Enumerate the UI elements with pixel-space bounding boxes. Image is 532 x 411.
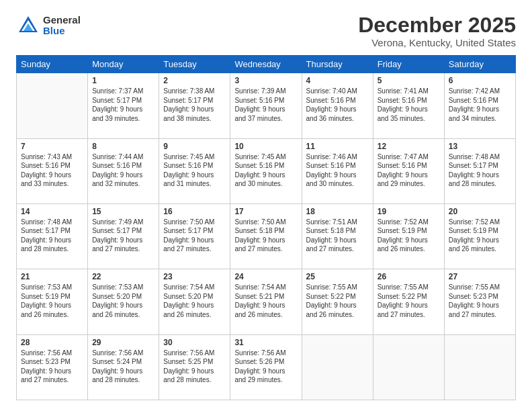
header-friday: Friday bbox=[373, 56, 444, 73]
day-number: 13 bbox=[449, 142, 511, 151]
calendar-cell: 29Sunrise: 7:56 AM Sunset: 5:24 PM Dayli… bbox=[88, 334, 159, 400]
header-monday: Monday bbox=[88, 56, 159, 73]
day-info: Sunrise: 7:47 AM Sunset: 5:16 PM Dayligh… bbox=[378, 152, 440, 189]
day-number: 31 bbox=[234, 338, 297, 347]
day-info: Sunrise: 7:54 AM Sunset: 5:20 PM Dayligh… bbox=[163, 283, 226, 319]
calendar-cell: 23Sunrise: 7:54 AM Sunset: 5:20 PM Dayli… bbox=[159, 269, 230, 334]
calendar-cell: 12Sunrise: 7:47 AM Sunset: 5:16 PM Dayli… bbox=[373, 138, 444, 203]
day-info: Sunrise: 7:50 AM Sunset: 5:18 PM Dayligh… bbox=[234, 218, 297, 254]
day-info: Sunrise: 7:39 AM Sunset: 5:16 PM Dayligh… bbox=[234, 87, 297, 123]
day-number: 29 bbox=[92, 338, 154, 347]
calendar-cell: 24Sunrise: 7:54 AM Sunset: 5:21 PM Dayli… bbox=[230, 269, 302, 334]
day-info: Sunrise: 7:52 AM Sunset: 5:19 PM Dayligh… bbox=[378, 218, 440, 254]
day-info: Sunrise: 7:44 AM Sunset: 5:16 PM Dayligh… bbox=[92, 152, 154, 189]
day-info: Sunrise: 7:56 AM Sunset: 5:26 PM Dayligh… bbox=[234, 349, 297, 385]
header: General Blue December 2025 Verona, Kentu… bbox=[16, 13, 516, 48]
header-sunday: Sunday bbox=[17, 56, 88, 73]
day-number: 21 bbox=[21, 272, 83, 281]
calendar-cell: 18Sunrise: 7:51 AM Sunset: 5:18 PM Dayli… bbox=[302, 203, 373, 269]
calendar-cell: 6Sunrise: 7:42 AM Sunset: 5:16 PM Daylig… bbox=[444, 73, 515, 138]
day-info: Sunrise: 7:56 AM Sunset: 5:23 PM Dayligh… bbox=[21, 349, 83, 385]
day-number: 1 bbox=[92, 76, 154, 85]
calendar-cell: 1Sunrise: 7:37 AM Sunset: 5:17 PM Daylig… bbox=[88, 73, 159, 138]
calendar-cell bbox=[302, 334, 373, 400]
calendar-cell: 9Sunrise: 7:45 AM Sunset: 5:16 PM Daylig… bbox=[159, 138, 230, 203]
calendar-week-1: 1Sunrise: 7:37 AM Sunset: 5:17 PM Daylig… bbox=[17, 73, 516, 138]
day-number: 4 bbox=[306, 76, 369, 85]
day-info: Sunrise: 7:48 AM Sunset: 5:17 PM Dayligh… bbox=[449, 152, 511, 189]
day-number: 16 bbox=[163, 207, 226, 216]
calendar-week-3: 14Sunrise: 7:48 AM Sunset: 5:17 PM Dayli… bbox=[17, 203, 516, 269]
day-info: Sunrise: 7:48 AM Sunset: 5:17 PM Dayligh… bbox=[21, 218, 83, 254]
calendar-cell: 21Sunrise: 7:53 AM Sunset: 5:19 PM Dayli… bbox=[17, 269, 88, 334]
day-number: 26 bbox=[378, 272, 440, 281]
calendar-cell: 17Sunrise: 7:50 AM Sunset: 5:18 PM Dayli… bbox=[230, 203, 302, 269]
calendar-week-4: 21Sunrise: 7:53 AM Sunset: 5:19 PM Dayli… bbox=[17, 269, 516, 334]
header-thursday: Thursday bbox=[302, 56, 373, 73]
day-number: 28 bbox=[21, 338, 83, 347]
calendar-week-2: 7Sunrise: 7:43 AM Sunset: 5:16 PM Daylig… bbox=[17, 138, 516, 203]
day-number: 6 bbox=[449, 76, 511, 85]
calendar-cell: 20Sunrise: 7:52 AM Sunset: 5:19 PM Dayli… bbox=[444, 203, 515, 269]
logo: General Blue bbox=[16, 13, 81, 38]
logo-icon bbox=[16, 13, 40, 38]
day-number: 18 bbox=[306, 207, 369, 216]
day-info: Sunrise: 7:37 AM Sunset: 5:17 PM Dayligh… bbox=[92, 87, 154, 123]
calendar-cell: 30Sunrise: 7:56 AM Sunset: 5:25 PM Dayli… bbox=[159, 334, 230, 400]
calendar-cell: 5Sunrise: 7:41 AM Sunset: 5:16 PM Daylig… bbox=[373, 73, 444, 138]
day-info: Sunrise: 7:54 AM Sunset: 5:21 PM Dayligh… bbox=[234, 283, 297, 319]
calendar-cell bbox=[444, 334, 515, 400]
day-info: Sunrise: 7:45 AM Sunset: 5:16 PM Dayligh… bbox=[163, 152, 226, 189]
header-saturday: Saturday bbox=[444, 56, 515, 73]
logo-blue: Blue bbox=[43, 26, 81, 37]
day-number: 7 bbox=[21, 142, 83, 151]
day-number: 2 bbox=[163, 76, 226, 85]
day-number: 25 bbox=[306, 272, 369, 281]
day-info: Sunrise: 7:56 AM Sunset: 5:25 PM Dayligh… bbox=[163, 349, 226, 385]
calendar-cell: 16Sunrise: 7:50 AM Sunset: 5:17 PM Dayli… bbox=[159, 203, 230, 269]
day-number: 23 bbox=[163, 272, 226, 281]
calendar-cell: 14Sunrise: 7:48 AM Sunset: 5:17 PM Dayli… bbox=[17, 203, 88, 269]
subtitle: Verona, Kentucky, United States bbox=[358, 37, 516, 48]
day-info: Sunrise: 7:40 AM Sunset: 5:16 PM Dayligh… bbox=[306, 87, 369, 123]
calendar-header: Sunday Monday Tuesday Wednesday Thursday… bbox=[17, 56, 516, 73]
calendar-cell: 31Sunrise: 7:56 AM Sunset: 5:26 PM Dayli… bbox=[230, 334, 302, 400]
day-info: Sunrise: 7:52 AM Sunset: 5:19 PM Dayligh… bbox=[449, 218, 511, 254]
day-info: Sunrise: 7:55 AM Sunset: 5:22 PM Dayligh… bbox=[306, 283, 369, 319]
calendar-cell bbox=[17, 73, 88, 138]
page: General Blue December 2025 Verona, Kentu… bbox=[0, 0, 532, 411]
day-number: 17 bbox=[234, 207, 297, 216]
calendar-cell: 22Sunrise: 7:53 AM Sunset: 5:20 PM Dayli… bbox=[88, 269, 159, 334]
logo-text: General Blue bbox=[43, 15, 81, 37]
calendar-cell: 15Sunrise: 7:49 AM Sunset: 5:17 PM Dayli… bbox=[88, 203, 159, 269]
header-row: Sunday Monday Tuesday Wednesday Thursday… bbox=[17, 56, 516, 73]
day-info: Sunrise: 7:51 AM Sunset: 5:18 PM Dayligh… bbox=[306, 218, 369, 254]
calendar-cell: 27Sunrise: 7:55 AM Sunset: 5:23 PM Dayli… bbox=[444, 269, 515, 334]
calendar-cell: 2Sunrise: 7:38 AM Sunset: 5:17 PM Daylig… bbox=[159, 73, 230, 138]
calendar-cell: 10Sunrise: 7:45 AM Sunset: 5:16 PM Dayli… bbox=[230, 138, 302, 203]
day-number: 5 bbox=[378, 76, 440, 85]
day-info: Sunrise: 7:43 AM Sunset: 5:16 PM Dayligh… bbox=[21, 152, 83, 189]
day-number: 30 bbox=[163, 338, 226, 347]
calendar-cell: 7Sunrise: 7:43 AM Sunset: 5:16 PM Daylig… bbox=[17, 138, 88, 203]
day-number: 20 bbox=[449, 207, 511, 216]
calendar-table: Sunday Monday Tuesday Wednesday Thursday… bbox=[16, 55, 516, 400]
day-info: Sunrise: 7:55 AM Sunset: 5:23 PM Dayligh… bbox=[449, 283, 511, 319]
day-info: Sunrise: 7:56 AM Sunset: 5:24 PM Dayligh… bbox=[92, 349, 154, 385]
day-info: Sunrise: 7:53 AM Sunset: 5:19 PM Dayligh… bbox=[21, 283, 83, 319]
day-info: Sunrise: 7:41 AM Sunset: 5:16 PM Dayligh… bbox=[378, 87, 440, 123]
day-info: Sunrise: 7:55 AM Sunset: 5:22 PM Dayligh… bbox=[378, 283, 440, 319]
day-info: Sunrise: 7:38 AM Sunset: 5:17 PM Dayligh… bbox=[163, 87, 226, 123]
header-tuesday: Tuesday bbox=[159, 56, 230, 73]
day-info: Sunrise: 7:49 AM Sunset: 5:17 PM Dayligh… bbox=[92, 218, 154, 254]
calendar-cell: 13Sunrise: 7:48 AM Sunset: 5:17 PM Dayli… bbox=[444, 138, 515, 203]
logo-general: General bbox=[43, 15, 81, 26]
calendar-week-5: 28Sunrise: 7:56 AM Sunset: 5:23 PM Dayli… bbox=[17, 334, 516, 400]
day-number: 10 bbox=[234, 142, 297, 151]
calendar-cell: 25Sunrise: 7:55 AM Sunset: 5:22 PM Dayli… bbox=[302, 269, 373, 334]
day-info: Sunrise: 7:50 AM Sunset: 5:17 PM Dayligh… bbox=[163, 218, 226, 254]
day-number: 27 bbox=[449, 272, 511, 281]
calendar-cell: 8Sunrise: 7:44 AM Sunset: 5:16 PM Daylig… bbox=[88, 138, 159, 203]
title-block: December 2025 Verona, Kentucky, United S… bbox=[358, 13, 516, 48]
calendar-cell: 28Sunrise: 7:56 AM Sunset: 5:23 PM Dayli… bbox=[17, 334, 88, 400]
